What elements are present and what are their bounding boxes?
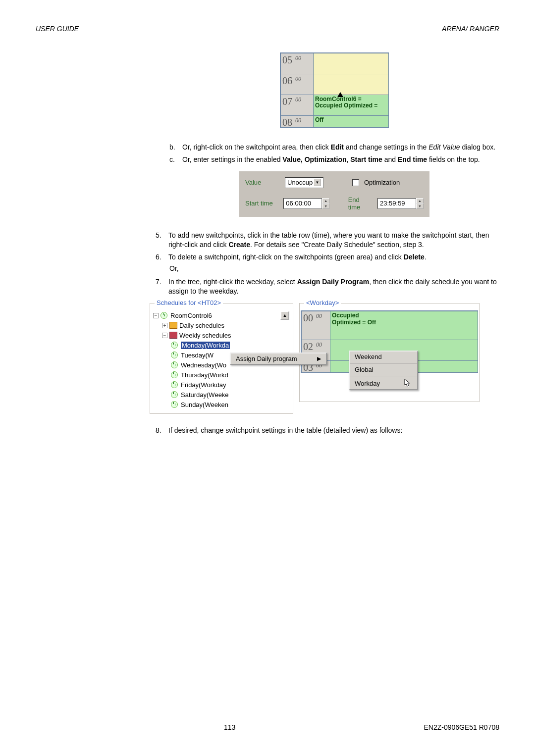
tree-label: Weekly schedules [179, 332, 231, 339]
submenu-label: Workday [355, 380, 380, 387]
value-select[interactable]: Unoccup ▼ [285, 177, 323, 188]
step-5: 5. To add new switchpoints, click in the… [156, 231, 499, 250]
step-text: and [382, 155, 398, 163]
hour-label: 05 [282, 54, 292, 66]
tree-label: Saturday(Weeke [181, 391, 229, 399]
step-text: dialog box. [460, 143, 496, 151]
tree-label: Sunday(Weeken [181, 401, 228, 408]
tree-day-thursday[interactable]: Thursday(Workd [171, 370, 290, 380]
submenu-global[interactable]: Global [350, 364, 417, 375]
clock-icon [171, 342, 179, 349]
hour-cell: 00 00 [302, 311, 330, 340]
tree-label: Tuesday(W [181, 352, 214, 359]
bold-text: Create [228, 241, 250, 249]
value-label: Value [245, 179, 280, 186]
menu-divider [350, 363, 417, 363]
tree-weekly[interactable]: − Weekly schedules [162, 330, 290, 340]
collapse-icon[interactable]: − [153, 313, 159, 318]
list-marker: 5. [156, 231, 168, 250]
hour-value[interactable]: Off [314, 116, 389, 127]
tree-label: Wednesday(Wo [181, 361, 226, 369]
step-c: c. Or, enter settings in the enabled Val… [169, 155, 499, 164]
hour-row: 07 00 RoomControl6 = Occupied Optimized … [281, 95, 389, 116]
end-time-label: End time [348, 196, 373, 211]
clock-icon [171, 401, 179, 408]
sub-menu: Weekend Global Workday [349, 351, 418, 390]
chevron-up-icon[interactable]: ▲ [416, 198, 424, 203]
chevron-down-icon[interactable]: ▼ [322, 203, 329, 209]
tree-day-monday[interactable]: Monday(Workda [171, 340, 290, 350]
tree-label: Friday(Workday [181, 381, 226, 389]
step-text: Or, enter settings in the enabled [182, 155, 282, 163]
tree-daily[interactable]: + Daily schedules [162, 320, 290, 330]
menu-divider [350, 376, 417, 376]
clock-icon [171, 371, 179, 378]
step-text: . [425, 253, 427, 261]
cursor-icon [404, 379, 412, 388]
cursor-icon [337, 92, 343, 97]
spinner[interactable]: ▲▼ [416, 198, 424, 209]
step-6: 6. To delete a switchpoint, right-click … [156, 252, 499, 262]
list-marker: c. [169, 155, 182, 164]
switchpoint-text: RoomControl6 = Occupied Optimized = [315, 96, 377, 109]
start-time-input[interactable]: 06:00:00 [283, 198, 322, 209]
minute-label: 00 [295, 75, 301, 83]
step-text: If desired, change switchpoint settings … [168, 426, 499, 435]
step-text: fields on the top. [427, 155, 480, 163]
clock-icon [171, 381, 179, 388]
hour-cell: 06 00 [281, 74, 314, 95]
bold-text: Start time [350, 155, 382, 163]
minute-label: 00 [295, 54, 301, 62]
tree-label: RoomControl6 [170, 312, 212, 319]
workday-panel-title: <Workday> [304, 299, 341, 306]
hour-value [314, 74, 389, 95]
optimization-checkbox[interactable] [352, 179, 359, 186]
workday-value[interactable]: Occupied Optimized = Off [330, 311, 478, 340]
tree-label-selected: Monday(Workda [181, 342, 230, 349]
chevron-down-icon[interactable]: ▼ [416, 203, 424, 209]
clock-icon [171, 391, 179, 398]
list-marker: b. [169, 143, 182, 152]
collapse-icon[interactable]: − [162, 333, 167, 338]
tree-day-friday[interactable]: Friday(Workday [171, 380, 290, 390]
value-bar: Value Unoccup ▼ Optimization Start time … [239, 171, 429, 217]
schedules-panel-title: Schedules for <HT02> [155, 299, 223, 306]
chevron-up-icon[interactable]: ▲ [322, 198, 329, 203]
list-marker: 7. [156, 277, 168, 296]
tree-label: Daily schedules [179, 322, 224, 329]
hour-value [314, 53, 389, 74]
folder-icon [169, 322, 177, 329]
hour-value[interactable]: RoomControl6 = Occupied Optimized = [314, 95, 389, 115]
hour-row: 05 00 [281, 53, 389, 74]
step-text: Or, right-click on the switchpoint area,… [182, 143, 331, 151]
tree-day-sunday[interactable]: Sunday(Weeken [171, 400, 290, 409]
step-7: 7. In the tree, right-click the weekday,… [156, 277, 499, 296]
chevron-down-icon[interactable]: ▼ [314, 179, 321, 186]
scroll-up-button[interactable]: ▲ [280, 311, 289, 320]
end-time-input[interactable]: 23:59:59 [377, 198, 416, 209]
ctx-assign-daily-program[interactable]: Assign Daily program ▶ [231, 353, 326, 364]
hour-label: 02 [303, 341, 313, 353]
tree-root[interactable]: − RoomControl6 [153, 310, 290, 320]
workday-row[interactable]: 00 00 Occupied Optimized = Off [301, 310, 478, 340]
hour-row: 06 00 [281, 74, 389, 95]
submenu-label: Weekend [355, 353, 382, 360]
submenu-weekend[interactable]: Weekend [350, 352, 417, 362]
select-value: Unoccup [287, 178, 313, 188]
spinner[interactable]: ▲▼ [322, 198, 329, 209]
submenu-workday[interactable]: Workday [350, 377, 417, 389]
minute-label: 00 [295, 117, 301, 124]
clock-icon [171, 352, 179, 358]
bold-text: Assign Daily Program [297, 278, 370, 286]
or-text: Or, [169, 264, 499, 272]
step-text: and change settings in the [344, 143, 428, 151]
clock-icon [160, 312, 168, 319]
bold-text: Edit [331, 143, 344, 151]
tree-day-saturday[interactable]: Saturday(Weeke [171, 390, 290, 400]
expand-icon[interactable]: + [162, 323, 167, 328]
list-marker: 6. [156, 252, 168, 262]
submenu-label: Global [355, 366, 374, 373]
step-text: . For details see "Create Daily Schedule… [250, 241, 424, 249]
minute-label: 00 [295, 96, 301, 103]
hour-label: 06 [282, 75, 292, 87]
